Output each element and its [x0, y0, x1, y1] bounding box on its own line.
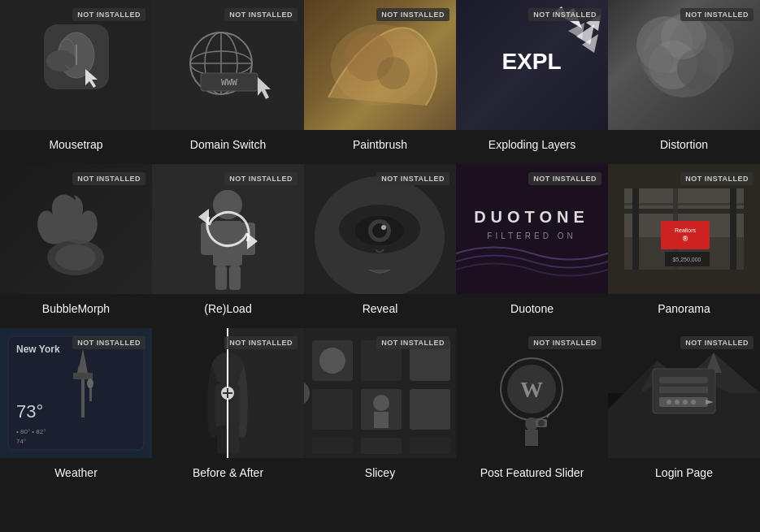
plugin-name: Slicey	[365, 466, 395, 479]
svg-rect-63	[624, 209, 744, 214]
plugin-name: Duotone	[510, 302, 554, 315]
plugin-thumbnail: NOT INSTALLED	[152, 164, 304, 294]
not-installed-badge: NOT INSTALLED	[72, 8, 145, 21]
svg-text:$5,250,000: $5,250,000	[672, 257, 701, 262]
plugin-thumbnail: NOT INSTALLED W	[456, 328, 608, 458]
svg-text:W: W	[520, 377, 543, 402]
plugin-thumbnail: NOT INSTALLED WWW	[152, 0, 304, 130]
not-installed-badge: NOT INSTALLED	[72, 172, 145, 185]
not-installed-badge: NOT INSTALLED	[680, 172, 753, 185]
svg-point-39	[55, 244, 96, 270]
plugin-panorama[interactable]: NOT INSTALLED Realtors ® $5,250,00	[608, 164, 760, 328]
plugin-thumbnail: NOT INSTALLED	[152, 328, 304, 458]
plugin-thumbnail: NOT INSTALLED EXPL	[456, 0, 608, 130]
svg-text:DUOTONE: DUOTONE	[474, 208, 589, 226]
not-installed-badge: NOT INSTALLED	[528, 172, 601, 185]
svg-text:New York: New York	[16, 344, 60, 355]
not-installed-badge: NOT INSTALLED	[224, 8, 297, 21]
svg-point-56	[381, 225, 386, 230]
svg-text:FILTERED ON: FILTERED ON	[487, 231, 575, 240]
svg-rect-66	[730, 188, 736, 270]
not-installed-badge: NOT INSTALLED	[376, 8, 449, 21]
svg-point-83	[87, 378, 93, 388]
plugin-name: Paintbrush	[353, 138, 407, 151]
svg-rect-93	[229, 426, 239, 454]
plugin-name: Weather	[54, 466, 98, 479]
plugin-thumbnail: NOT INSTALLED	[304, 164, 456, 294]
svg-point-130	[667, 400, 671, 404]
svg-rect-92	[217, 426, 227, 454]
plugin-thumbnail: NOT INSTALLED ❮ ❯	[304, 328, 456, 458]
plugin-name: Login Page	[655, 466, 713, 479]
plugin-paintbrush[interactable]: NOT INSTALLED Paintbrush	[304, 0, 456, 164]
plugin-name: Exploding Layers	[489, 138, 575, 151]
plugin-login-page[interactable]: NOT INSTALLED	[608, 328, 760, 492]
svg-text:®: ®	[683, 235, 688, 243]
svg-rect-108	[312, 438, 353, 454]
svg-point-133	[691, 400, 696, 404]
not-installed-badge: NOT INSTALLED	[224, 172, 297, 185]
svg-text:EXPL: EXPL	[502, 49, 561, 74]
plugin-slicey[interactable]: NOT INSTALLED ❮ ❯	[304, 328, 456, 492]
plugin-domain-switch[interactable]: NOT INSTALLED WWW Domain Switch	[152, 0, 304, 164]
plugin-exploding-layers[interactable]: NOT INSTALLED EXPL Exploding Layers	[456, 0, 608, 164]
svg-point-37	[696, 39, 732, 75]
svg-rect-110	[410, 438, 450, 454]
not-installed-badge: NOT INSTALLED	[376, 336, 449, 349]
svg-rect-106	[374, 412, 389, 428]
plugin-name: Mousetrap	[49, 138, 102, 151]
svg-rect-76	[81, 377, 85, 417]
svg-point-6	[46, 50, 76, 71]
plugin-duotone[interactable]: NOT INSTALLED DUOTONE FILTERED ON Duoton…	[456, 164, 608, 328]
svg-text:• 80°  • 82°: • 80° • 82°	[16, 428, 46, 435]
svg-point-100	[319, 348, 345, 374]
svg-text:WWW: WWW	[221, 77, 237, 88]
svg-rect-64	[624, 203, 744, 205]
plugin-name: Reveal	[363, 302, 398, 315]
not-installed-badge: NOT INSTALLED	[376, 172, 449, 185]
svg-rect-46	[229, 266, 241, 290]
svg-text:73°: 73°	[16, 401, 43, 422]
svg-rect-103	[312, 389, 353, 430]
plugin-reload[interactable]: NOT INSTALLED (Re)Load	[152, 164, 304, 328]
plugin-weather[interactable]: NOT INSTALLED New York 73°	[0, 328, 152, 492]
plugin-thumbnail: NOT INSTALLED New York 73°	[0, 328, 152, 458]
not-installed-badge: NOT INSTALLED	[528, 8, 601, 21]
svg-rect-45	[215, 266, 227, 290]
svg-rect-117	[525, 430, 538, 446]
plugin-post-featured-slider[interactable]: NOT INSTALLED W Post Featured Slider	[456, 328, 608, 492]
plugin-thumbnail: NOT INSTALLED	[0, 164, 152, 294]
svg-point-132	[683, 400, 688, 404]
svg-rect-128	[659, 387, 708, 393]
svg-point-36	[641, 45, 673, 77]
plugin-distortion[interactable]: NOT INSTALLED Distortion	[608, 0, 760, 164]
plugin-thumbnail: NOT INSTALLED	[608, 328, 760, 458]
not-installed-badge: NOT INSTALLED	[680, 336, 753, 349]
plugins-grid: NOT INSTALLED Mousetrap NOT INSTALLED	[0, 0, 760, 492]
svg-rect-107	[410, 389, 450, 430]
not-installed-badge: NOT INSTALLED	[224, 336, 297, 349]
not-installed-badge: NOT INSTALLED	[528, 336, 601, 349]
plugin-name: Distortion	[660, 138, 708, 151]
plugin-thumbnail: NOT INSTALLED DUOTONE FILTERED ON	[456, 164, 608, 294]
plugin-name: Panorama	[658, 302, 710, 315]
not-installed-badge: NOT INSTALLED	[680, 8, 753, 21]
plugin-mousetrap[interactable]: NOT INSTALLED Mousetrap	[0, 0, 152, 164]
svg-rect-109	[361, 438, 402, 454]
svg-text:Realtors: Realtors	[675, 227, 697, 233]
not-installed-badge: NOT INSTALLED	[72, 336, 145, 349]
plugin-thumbnail: NOT INSTALLED	[608, 0, 760, 130]
plugin-thumbnail: NOT INSTALLED Realtors ® $5,250,00	[608, 164, 760, 294]
svg-rect-78	[73, 373, 93, 379]
svg-point-21	[377, 57, 410, 89]
plugin-name: Before & After	[193, 466, 263, 479]
plugin-bubblemorph[interactable]: NOT INSTALLED BubbleMorph	[0, 164, 152, 328]
svg-point-105	[373, 395, 389, 411]
plugin-name: Post Featured Slider	[480, 466, 584, 479]
plugin-name: BubbleMorph	[42, 302, 110, 315]
svg-point-131	[675, 400, 680, 404]
plugin-reveal[interactable]: NOT INSTALLED Reveal	[304, 164, 456, 328]
plugin-before-after[interactable]: NOT INSTALLED	[152, 328, 304, 492]
plugin-thumbnail: NOT INSTALLED	[304, 0, 456, 130]
svg-rect-127	[659, 377, 708, 383]
